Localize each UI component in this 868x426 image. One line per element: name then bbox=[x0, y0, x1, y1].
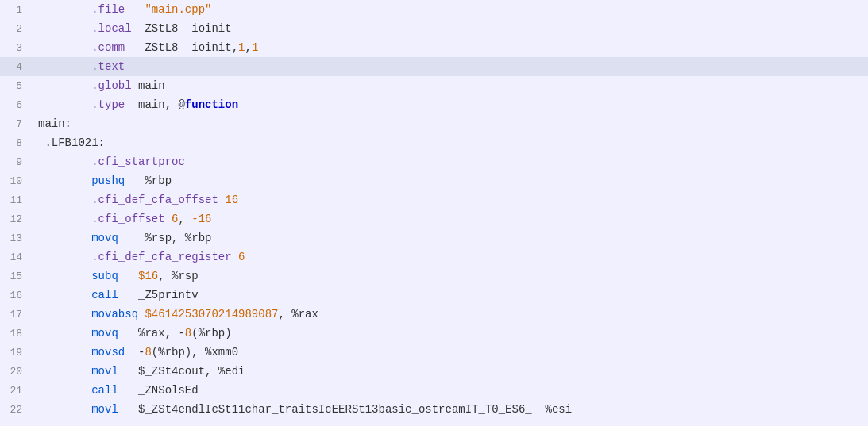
instruction-token: call bbox=[91, 384, 118, 397]
plain-token bbox=[125, 3, 145, 16]
keyword-token: function bbox=[185, 98, 238, 111]
line-content: .LFB1021: bbox=[32, 136, 868, 149]
line-number: 13 bbox=[0, 232, 32, 244]
plain-token bbox=[218, 194, 225, 206]
instruction-token: subq bbox=[91, 270, 118, 282]
plain-token: (%rbp), %xmm0 bbox=[152, 346, 238, 359]
line-content: call _Z5printv bbox=[32, 289, 868, 301]
line-content: pushq %rbp bbox=[32, 175, 868, 187]
number-token: 1 bbox=[252, 41, 258, 54]
line-content: .text bbox=[32, 60, 868, 73]
plain-token: %rbp bbox=[125, 175, 172, 187]
plain-token: , %rax bbox=[278, 308, 318, 320]
plain-token bbox=[118, 270, 138, 282]
indent-token bbox=[38, 308, 91, 320]
indent-token bbox=[38, 270, 91, 282]
line-number: 5 bbox=[0, 80, 32, 92]
number-token: 16 bbox=[225, 194, 238, 206]
plain-token: main: bbox=[38, 117, 71, 130]
instruction-token: movabsq bbox=[91, 308, 138, 320]
line-number: 17 bbox=[0, 309, 32, 320]
line-content: subq $16, %rsp bbox=[32, 270, 868, 282]
line-number: 20 bbox=[0, 366, 32, 378]
plain-token: %rsp, %rbp bbox=[118, 232, 212, 244]
line-content: main: bbox=[32, 117, 868, 130]
number-token: $4614253070214989087 bbox=[145, 308, 278, 320]
code-line: 11 .cfi_def_cfa_offset 16 bbox=[0, 190, 868, 209]
indent-token bbox=[38, 79, 91, 92]
indent-token bbox=[38, 289, 91, 301]
line-number: 8 bbox=[0, 137, 32, 149]
line-content: .cfi_def_cfa_register 6 bbox=[32, 251, 868, 263]
number-token: 8 bbox=[145, 346, 151, 359]
indent-token bbox=[38, 175, 91, 187]
indent-token bbox=[38, 327, 91, 340]
instruction-token: movsd bbox=[91, 346, 125, 359]
code-line: 7main: bbox=[0, 114, 868, 133]
code-line: 2 .local _ZStL8__ioinit bbox=[0, 19, 868, 38]
number-token: 6 bbox=[238, 251, 245, 263]
line-number: 16 bbox=[0, 290, 32, 301]
directive-token: .cfi_startproc bbox=[91, 155, 185, 168]
indent-token bbox=[38, 194, 91, 206]
code-line: 9 .cfi_startproc bbox=[0, 152, 868, 171]
number-token: $16 bbox=[138, 270, 158, 282]
line-content: .type main, @function bbox=[32, 98, 868, 111]
code-line: 8 .LFB1021: bbox=[0, 133, 868, 152]
plain-token bbox=[232, 251, 238, 263]
plain-token: (%rbp) bbox=[191, 327, 231, 340]
line-content: movsd -8(%rbp), %xmm0 bbox=[32, 346, 868, 359]
line-content: .cfi_startproc bbox=[32, 155, 868, 168]
line-content: .globl main bbox=[32, 79, 868, 92]
line-number: 6 bbox=[0, 99, 32, 111]
code-line: 22 movl $_ZSt4endlIcSt11char_traitsIcEER… bbox=[0, 400, 868, 419]
line-content: call _ZNSolsEd bbox=[32, 384, 868, 397]
line-number: 11 bbox=[0, 194, 32, 206]
line-number: 21 bbox=[0, 385, 32, 397]
plain-token: , bbox=[178, 213, 191, 225]
plain-token: _Z5printv bbox=[118, 289, 199, 301]
directive-token: .globl bbox=[91, 79, 131, 92]
indent-token bbox=[38, 3, 91, 16]
instruction-token: movl bbox=[91, 403, 118, 416]
indent-token bbox=[38, 346, 91, 359]
code-line: 12 .cfi_offset 6, -16 bbox=[0, 209, 868, 228]
code-line: 5 .globl main bbox=[0, 76, 868, 95]
directive-token: .cfi_def_cfa_register bbox=[91, 251, 231, 263]
indent-token bbox=[38, 41, 91, 54]
plain-token: main bbox=[132, 79, 165, 92]
number-token: 8 bbox=[185, 327, 191, 340]
directive-token: .type bbox=[91, 98, 125, 111]
indent-token bbox=[38, 155, 91, 168]
directive-token: .comm bbox=[91, 41, 125, 54]
directive-token: .cfi_def_cfa_offset bbox=[91, 194, 218, 206]
directive-token: .local bbox=[91, 22, 131, 35]
indent-token bbox=[38, 60, 91, 73]
directive-token: .file bbox=[91, 3, 125, 16]
line-content: movq %rsp, %rbp bbox=[32, 232, 868, 244]
code-line: 15 subq $16, %rsp bbox=[0, 267, 868, 286]
line-content: movl $_ZSt4cout, %edi bbox=[32, 365, 868, 378]
line-number: 3 bbox=[0, 42, 32, 54]
line-content: .cfi_def_cfa_offset 16 bbox=[32, 194, 868, 206]
line-number: 18 bbox=[0, 328, 32, 340]
line-number: 12 bbox=[0, 213, 32, 225]
line-content: .cfi_offset 6, -16 bbox=[32, 213, 868, 225]
plain-token: main, @ bbox=[125, 98, 185, 111]
directive-token: .cfi_offset bbox=[91, 213, 164, 225]
line-content: .local _ZStL8__ioinit bbox=[32, 22, 868, 35]
directive-token: .text bbox=[91, 60, 125, 73]
plain-token: , %rsp bbox=[158, 270, 198, 282]
indent-token bbox=[38, 213, 91, 225]
code-line: 14 .cfi_def_cfa_register 6 bbox=[0, 248, 868, 267]
indent-token bbox=[38, 384, 91, 397]
code-line: 10 pushq %rbp bbox=[0, 171, 868, 190]
line-number: 7 bbox=[0, 118, 32, 130]
code-line: 21 call _ZNSolsEd bbox=[0, 381, 868, 400]
plain-token: - bbox=[125, 346, 145, 359]
line-content: movq %rax, -8(%rbp) bbox=[32, 327, 868, 340]
line-number: 22 bbox=[0, 404, 32, 416]
code-line: 19 movsd -8(%rbp), %xmm0 bbox=[0, 343, 868, 362]
instruction-token: movq bbox=[91, 327, 118, 340]
line-number: 15 bbox=[0, 271, 32, 282]
